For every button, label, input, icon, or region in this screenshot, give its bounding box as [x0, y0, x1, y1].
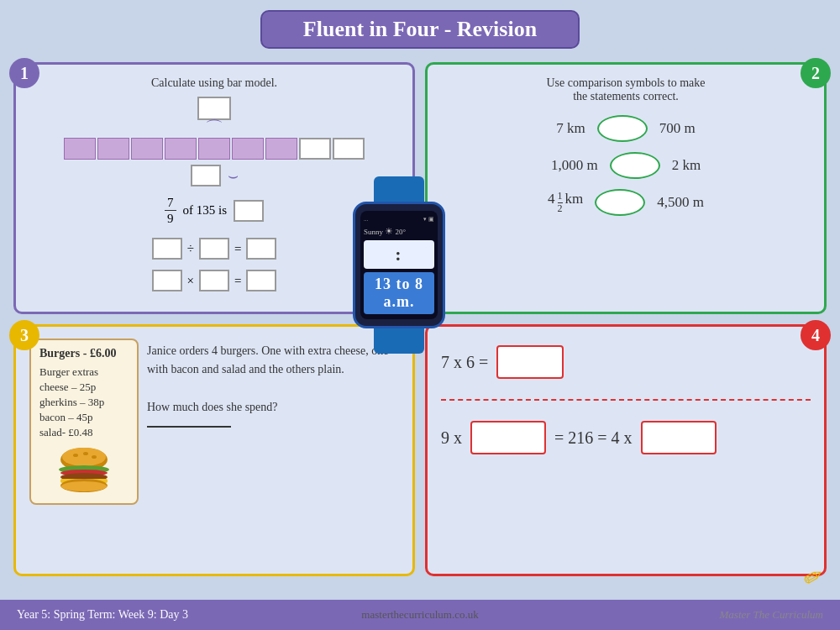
bar-segments-row — [64, 138, 365, 160]
bar-segment — [265, 138, 297, 160]
comp-left-2: 1,000 m — [551, 157, 598, 174]
equals-symbol: = — [234, 242, 241, 256]
svg-point-10 — [61, 481, 107, 491]
watch-status-bar: ... ▾ ▣ — [364, 216, 434, 223]
q3-answer-line — [147, 426, 231, 428]
bar-top-answer-box[interactable] — [197, 97, 231, 120]
bar-segment — [97, 138, 129, 160]
bar-segment — [198, 138, 230, 160]
menu-card: Burgers - £6.00 Burger extras cheese – 2… — [29, 339, 139, 505]
badge-1: 1 — [9, 58, 39, 88]
comparison-row-1: 7 km 700 m — [441, 115, 811, 142]
q4-content: 7 x 6 = 9 x = 216 = 4 x — [441, 339, 811, 454]
q4-row2-mid: = 216 = 4 x — [554, 428, 633, 448]
badge-2: 2 — [801, 58, 831, 88]
watch-time-text: 13 to 8 a.m. — [364, 272, 434, 314]
watch-wifi-icon: ▾ ▣ — [423, 216, 434, 223]
equals-symbol2: = — [234, 274, 241, 288]
watch-weather: Sunny ☀ 20° — [364, 226, 434, 237]
q4-dashed-line — [441, 399, 811, 401]
mul-result-box[interactable] — [246, 270, 276, 291]
watch-band-bottom — [374, 328, 424, 354]
comp-right-1: 700 m — [659, 120, 696, 137]
q4-answer-box-3[interactable] — [641, 421, 717, 454]
mul-box1[interactable] — [152, 270, 182, 291]
q1-instruction: Calculate using bar model. — [29, 76, 399, 90]
bar-segment — [165, 138, 197, 160]
svg-point-4 — [92, 455, 97, 459]
fraction-row: 7 9 of 135 is — [165, 195, 264, 226]
q2-instruction: Use comparison symbols to make the state… — [441, 76, 811, 103]
bar-bottom-answer-box[interactable] — [191, 165, 221, 186]
menu-title: Burgers - £6.00 — [39, 347, 129, 360]
comp-left-1: 7 km — [556, 120, 585, 137]
footer-right: Master The Curriculum — [720, 608, 824, 622]
div-box1[interactable] — [152, 238, 182, 260]
menu-item-1: cheese – 25p — [39, 381, 129, 394]
menu-item-4: salad- £0.48 — [39, 426, 129, 439]
bar-segment — [64, 138, 96, 160]
quadrant-3: 3 Burgers - £6.00 Burger extras cheese –… — [13, 324, 415, 576]
badge-3: 3 — [9, 320, 39, 350]
comp-left-3: 4 1 2 km — [548, 191, 583, 213]
smartwatch: ... ▾ ▣ Sunny ☀ 20° : 13 to 8 a.m. — [353, 176, 445, 354]
menu-item-3: bacon – 45p — [39, 411, 129, 424]
badge-4: 4 — [801, 320, 831, 350]
comp-right-2: 2 km — [672, 157, 701, 174]
q4-answer-box-1[interactable] — [496, 345, 564, 379]
q4-row2-start: 9 x — [441, 428, 462, 448]
menu-item-0: Burger extras — [39, 365, 129, 379]
comp-oval-2[interactable] — [610, 152, 660, 179]
q4-row-1: 7 x 6 = — [441, 345, 811, 379]
div-result-box[interactable] — [246, 238, 276, 260]
comp-oval-3[interactable] — [595, 189, 645, 216]
page-title: Fluent in Four - Revision — [279, 17, 561, 42]
bar-segment — [232, 138, 264, 160]
q4-answer-box-2[interactable] — [470, 421, 546, 454]
fraction: 7 9 — [165, 195, 176, 226]
bar-model: ⌒ ⌣ 7 9 — [29, 97, 399, 295]
title-bar: Fluent in Four - Revision — [260, 10, 580, 49]
fraction-text: of 135 is — [183, 203, 228, 218]
fraction-answer-box[interactable] — [234, 200, 264, 222]
bar-segment-empty — [333, 138, 365, 160]
q3-problem: Janice orders 4 burgers. One with extra … — [147, 339, 399, 505]
q4-row-2: 9 x = 216 = 4 x — [441, 421, 811, 454]
bar-segment-empty — [299, 138, 331, 160]
svg-point-1 — [62, 448, 106, 466]
watch-status-dots: ... — [364, 216, 368, 223]
svg-point-3 — [83, 452, 88, 455]
comp-oval-1[interactable] — [597, 115, 648, 142]
watch-screen: ... ▾ ▣ Sunny ☀ 20° : 13 to 8 a.m. — [360, 211, 438, 319]
div-symbol: ÷ — [187, 242, 194, 256]
svg-point-2 — [73, 454, 78, 457]
quadrant-4: 4 7 x 6 = 9 x = 216 = 4 x — [425, 324, 827, 576]
q3-inner: Burgers - £6.00 Burger extras cheese – 2… — [29, 339, 399, 505]
footer: Year 5: Spring Term: Week 9: Day 3 maste… — [0, 600, 840, 630]
mul-row: × = — [152, 270, 277, 291]
watch-band-top — [374, 176, 424, 202]
bar-segment — [131, 138, 163, 160]
comp-right-3: 4,500 m — [657, 194, 704, 211]
burger-illustration — [50, 446, 118, 496]
div-row: ÷ = — [152, 238, 277, 260]
footer-left: Year 5: Spring Term: Week 9: Day 3 — [17, 608, 188, 622]
footer-center: masterthecurriculum.co.uk — [361, 608, 478, 622]
quadrant-2: 2 Use comparison symbols to make the sta… — [425, 62, 827, 314]
mixed-number: 4 1 2 km — [548, 191, 583, 213]
watch-body: ... ▾ ▣ Sunny ☀ 20° : 13 to 8 a.m. — [353, 202, 445, 328]
div-box2[interactable] — [199, 238, 229, 260]
comparison-row-2: 1,000 m 2 km — [441, 152, 811, 179]
menu-item-2: gherkins – 38p — [39, 396, 129, 409]
comparison-row-3: 4 1 2 km 4,500 m — [441, 189, 811, 216]
q4-row1-text: 7 x 6 = — [441, 353, 488, 372]
mul-symbol: × — [187, 274, 194, 288]
watch-time-display: : — [364, 240, 434, 269]
mul-box2[interactable] — [199, 270, 229, 291]
